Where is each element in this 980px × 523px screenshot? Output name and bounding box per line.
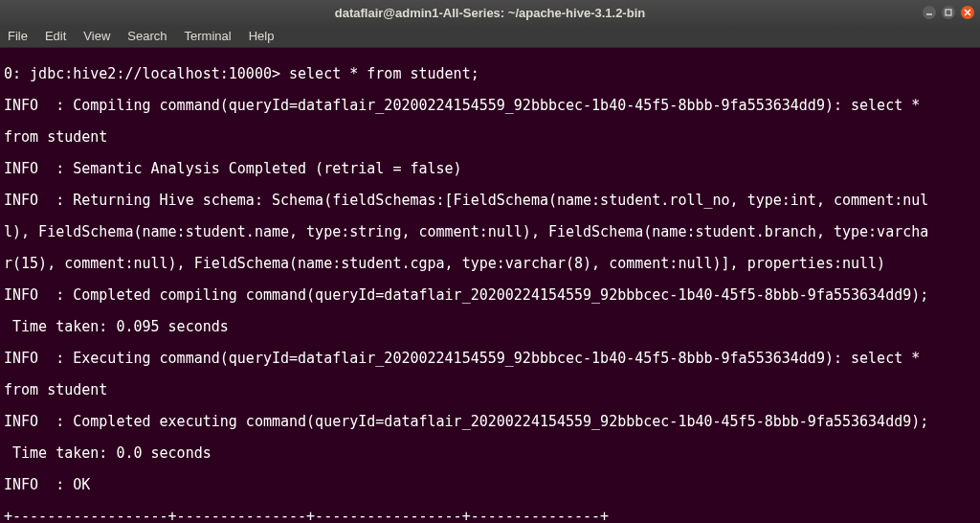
window-title: dataflair@admin1-All-Series: ~/apache-hi…	[335, 6, 645, 20]
menu-file[interactable]: File	[8, 29, 28, 43]
terminal-line: INFO : Executing command(queryId=datafla…	[4, 351, 976, 367]
terminal-line: Time taken: 0.095 seconds	[4, 319, 976, 335]
minimize-button[interactable]	[923, 6, 936, 19]
menu-edit[interactable]: Edit	[45, 29, 66, 43]
table-separator: +------------------+---------------+----…	[4, 509, 976, 524]
menubar: File Edit View Search Terminal Help	[0, 25, 980, 48]
window-controls	[923, 6, 974, 19]
close-button[interactable]	[961, 6, 974, 19]
maximize-button[interactable]	[942, 6, 955, 19]
terminal-line: Time taken: 0.0 seconds	[4, 445, 976, 462]
terminal-line: INFO : Returning Hive schema: Schema(fie…	[4, 193, 976, 209]
menu-terminal[interactable]: Terminal	[185, 29, 232, 43]
window-titlebar: dataflair@admin1-All-Series: ~/apache-hi…	[0, 0, 980, 25]
terminal-line: INFO : Completed compiling command(query…	[4, 287, 976, 304]
terminal-line: 0: jdbc:hive2://localhost:10000> select …	[4, 66, 976, 82]
terminal-output[interactable]: 0: jdbc:hive2://localhost:10000> select …	[0, 48, 980, 523]
svg-rect-1	[946, 10, 951, 15]
terminal-line: INFO : OK	[4, 477, 976, 493]
menu-help[interactable]: Help	[249, 29, 275, 43]
menu-view[interactable]: View	[83, 29, 110, 43]
terminal-line: INFO : Semantic Analysis Completed (retr…	[4, 161, 976, 177]
menu-search[interactable]: Search	[127, 29, 167, 43]
terminal-line: from student	[4, 129, 976, 146]
terminal-line: INFO : Compiling command(queryId=datafla…	[4, 98, 976, 114]
terminal-line: r(15), comment:null), FieldSchema(name:s…	[4, 256, 976, 272]
terminal-line: l), FieldSchema(name:student.name, type:…	[4, 224, 976, 240]
terminal-line: INFO : Completed executing command(query…	[4, 414, 976, 430]
terminal-line: from student	[4, 382, 976, 398]
